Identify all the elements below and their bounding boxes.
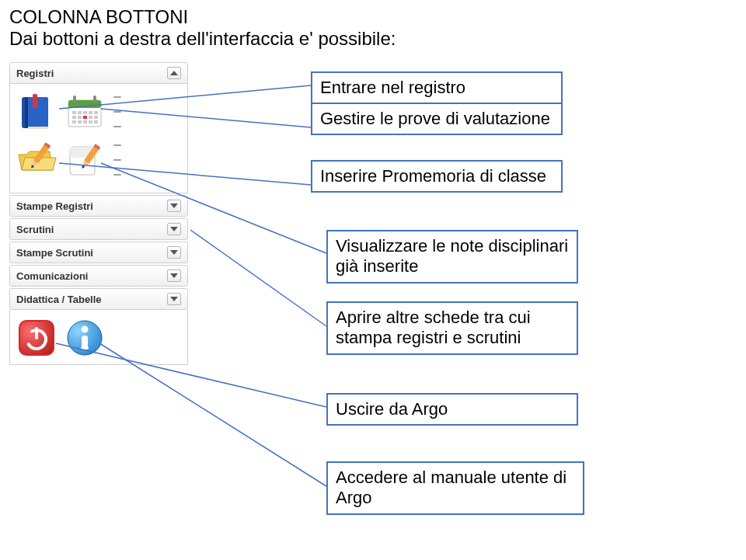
svg-rect-19 [78, 120, 82, 123]
row-stack-icon-2 [111, 138, 124, 182]
chevron-down-icon[interactable] [167, 246, 181, 259]
registro-book-icon[interactable] [15, 90, 58, 134]
svg-rect-2 [25, 97, 28, 128]
svg-rect-22 [94, 120, 98, 123]
svg-rect-23 [83, 116, 87, 119]
collapse-up-icon[interactable] [167, 67, 181, 79]
svg-rect-4 [33, 94, 37, 108]
menu-label: Didattica / Tabelle [16, 294, 102, 305]
svg-rect-17 [94, 116, 98, 119]
svg-rect-16 [89, 116, 92, 119]
svg-rect-3 [28, 127, 48, 129]
svg-rect-15 [78, 116, 82, 119]
note-pencil-icon[interactable] [63, 138, 106, 182]
svg-rect-10 [78, 111, 82, 114]
callout-promemoria: Inserire Promemoria di classe [311, 160, 563, 193]
callout-gestire-prove: Gestire le prove di valutazione [311, 103, 563, 135]
page-subtitle: Dai bottoni a destra dell'interfaccia e'… [9, 28, 396, 50]
section-registri-label: Registri [16, 68, 54, 79]
sidebar-panel: Registri [9, 62, 188, 365]
svg-rect-14 [72, 116, 76, 119]
section-registri-header[interactable]: Registri [9, 62, 188, 84]
svg-line-46 [190, 230, 326, 326]
folder-pencil-icon[interactable] [15, 138, 58, 182]
svg-rect-13 [94, 111, 98, 114]
calendar-icon[interactable] [63, 90, 106, 134]
svg-rect-7 [73, 96, 76, 103]
info-help-icon[interactable] [63, 316, 106, 360]
svg-rect-40 [81, 346, 89, 350]
svg-rect-12 [89, 111, 92, 114]
menu-stampe-registri[interactable]: Stampe Registri [9, 195, 188, 217]
power-exit-icon[interactable] [15, 316, 58, 360]
svg-rect-9 [72, 111, 76, 114]
svg-rect-18 [72, 120, 76, 123]
svg-rect-20 [83, 120, 87, 123]
chevron-down-icon[interactable] [167, 293, 181, 305]
menu-label: Scrutini [16, 224, 54, 235]
chevron-down-icon[interactable] [167, 270, 181, 282]
menu-label: Stampe Registri [16, 200, 93, 212]
row-stack-icon [111, 90, 124, 134]
menu-stampe-scrutini[interactable]: Stampe Scrutini [9, 242, 188, 263]
svg-rect-21 [89, 120, 92, 123]
svg-point-41 [82, 326, 89, 333]
menu-label: Stampe Scrutini [16, 247, 93, 259]
section-registri-body [9, 84, 188, 193]
menu-didattica[interactable]: Didattica / Tabelle [9, 288, 188, 310]
callout-entrare-registro: Entrare nel registro [311, 71, 563, 104]
svg-rect-8 [93, 96, 96, 103]
svg-rect-11 [83, 111, 87, 114]
menu-scrutini[interactable]: Scrutini [9, 218, 188, 240]
chevron-down-icon[interactable] [167, 223, 181, 235]
callout-aprire-schede: Aprire altre schede tra cui stampa regis… [326, 301, 578, 355]
page-title: COLONNA BOTTONI [9, 5, 188, 29]
callout-uscire: Uscire da Argo [326, 393, 578, 426]
callout-manuale: Accedere al manuale utente di Argo [326, 461, 584, 515]
menu-comunicazioni[interactable]: Comunicazioni [9, 265, 188, 287]
menu-label: Comunicazioni [16, 270, 88, 282]
bottom-icon-bar [9, 310, 188, 365]
callout-note-disciplinari: Visualizzare le note disciplinari già in… [326, 230, 578, 283]
svg-rect-36 [35, 327, 38, 339]
chevron-down-icon[interactable] [167, 200, 181, 212]
